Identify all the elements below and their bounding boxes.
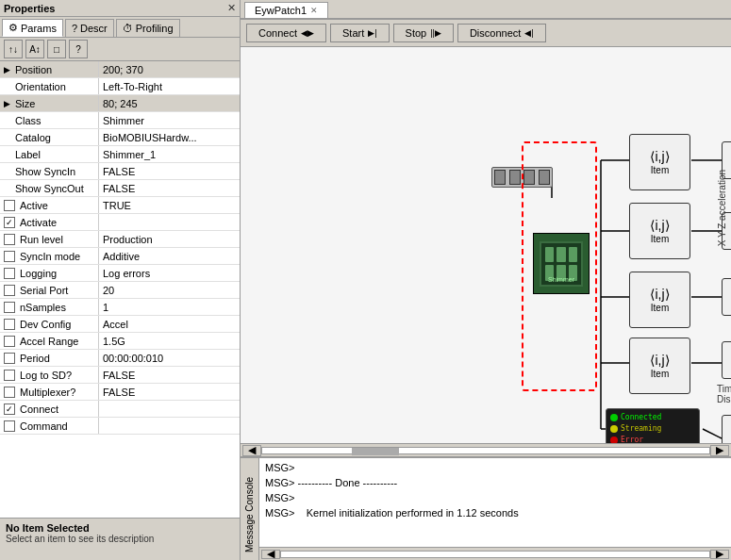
property-row-nsamples[interactable]: nSamples 1 [0, 299, 240, 316]
canvas-area[interactable]: Shimmer ⟨i,j⟩ Item ⟨i,j⟩ Item ⟨i,j⟩ [241, 47, 731, 443]
property-row-position[interactable]: ▶ Position 200; 370 [0, 61, 240, 78]
item-node-1[interactable]: ⟨i,j⟩ Item [629, 134, 690, 190]
dev-config-checkbox[interactable] [4, 319, 15, 330]
property-row-active[interactable]: Active TRUE [0, 197, 240, 214]
status-row-3: Error [610, 436, 695, 443]
start-label: Start [342, 27, 364, 39]
abc-node-4[interactable]: abc [722, 341, 731, 379]
tab-close-icon[interactable]: ✕ [310, 6, 318, 15]
patch-area: Connect ◀▶ Start ▶| Stop ||▶ Disconnect … [241, 20, 731, 456]
tab-profiling[interactable]: ⏱ Profiling [116, 19, 180, 37]
run-level-checkbox[interactable] [4, 234, 15, 245]
shimmer-status-node[interactable]: Connected Streaming Error [606, 408, 700, 443]
property-row-accel-range[interactable]: Accel Range 1.5G [0, 333, 240, 350]
serial-port-checkbox[interactable] [4, 285, 15, 296]
property-row-show-syncin[interactable]: Show SyncIn FALSE [0, 163, 240, 180]
period-checkbox[interactable] [4, 353, 15, 364]
item-bracket-2: ⟨i,j⟩ [650, 219, 669, 232]
start-button[interactable]: Start ▶| [330, 24, 390, 42]
property-row-multiplexer[interactable]: Multiplexer? FALSE [0, 384, 240, 401]
console-tab-side[interactable]: Message Console [241, 458, 259, 560]
abc-node-3[interactable]: abc [722, 278, 731, 316]
scroll-left-button[interactable]: ◀ [242, 445, 261, 456]
item-node-4[interactable]: ⟨i,j⟩ Item [629, 338, 690, 394]
stop-label: Stop [406, 27, 427, 39]
console-scroll-track[interactable] [280, 551, 710, 558]
connect-button[interactable]: Connect ◀▶ [246, 24, 326, 42]
prop-value-position: 200; 370 [99, 61, 240, 77]
expand-size-icon[interactable]: ▶ [4, 99, 13, 108]
property-row-dev-config[interactable]: Dev Config Accel [0, 316, 240, 333]
stop-button[interactable]: Stop ||▶ [393, 24, 454, 42]
h-scroll-track[interactable] [261, 447, 710, 454]
nsamples-checkbox[interactable] [4, 302, 15, 313]
active-checkbox[interactable] [4, 200, 15, 211]
stop-arrow-icon: ||▶ [430, 28, 441, 38]
property-row-activate[interactable]: Activate [0, 214, 240, 231]
prop-name-period: Period [20, 353, 50, 364]
property-row-class[interactable]: Class Shimmer [0, 112, 240, 129]
scroll-right-button[interactable]: ▶ [710, 445, 729, 456]
property-row-command[interactable]: Command [0, 418, 240, 435]
tab-eywpatch1-label: EywPatch1 [255, 5, 307, 16]
console-scroll-left[interactable]: ◀ [261, 550, 280, 559]
activate-checkbox[interactable] [4, 217, 15, 228]
property-row-label[interactable]: Label Shimmer_1 [0, 146, 240, 163]
property-row-logging[interactable]: Logging Log errors [0, 265, 240, 282]
alpha-sort-button[interactable]: A↕ [25, 40, 44, 58]
console-text-area: MSG> MSG> ---------- Done ---------- MSG… [259, 458, 731, 547]
bottom-info-title: No Item Selected [6, 522, 234, 534]
console-h-scrollbar[interactable]: ◀ ▶ [259, 547, 731, 560]
status-text-3: Error [621, 436, 643, 443]
prop-name-dev-config: Dev Config [20, 319, 71, 330]
disconnect-button[interactable]: Disconnect ◀| [457, 24, 546, 42]
log-to-sd-checkbox[interactable] [4, 370, 15, 381]
prop-name-show-syncin: Show SyncIn [15, 166, 75, 177]
tab-eywpatch1[interactable]: EywPatch1 ✕ [244, 2, 328, 18]
console-scroll-right[interactable]: ▶ [710, 550, 729, 559]
shimmer-chip[interactable]: Shimmer [533, 233, 590, 294]
prop-value-multiplexer: FALSE [99, 384, 240, 400]
property-row-period[interactable]: Period 00:00:00:010 [0, 350, 240, 367]
led-yellow [610, 425, 618, 433]
property-row-log-to-sd[interactable]: Log to SD? FALSE [0, 367, 240, 384]
view-button[interactable]: □ [47, 40, 66, 58]
panel-close-button[interactable]: ✕ [227, 2, 236, 14]
property-row-show-syncout[interactable]: Show SyncOut FALSE [0, 180, 240, 197]
panel-title: Properties [4, 3, 55, 14]
accel-range-checkbox[interactable] [4, 336, 15, 347]
tab-descr[interactable]: ? Descr [65, 19, 114, 37]
property-row-serial-port[interactable]: Serial Port 20 [0, 282, 240, 299]
connect-checkbox[interactable] [4, 404, 15, 415]
led-red [610, 436, 618, 444]
canvas-h-scrollbar[interactable]: ◀ ▶ [241, 443, 731, 456]
h-scroll-thumb[interactable] [352, 448, 399, 455]
abc-node-5[interactable]: abc [722, 415, 731, 443]
prop-name-activate: Activate [20, 217, 57, 228]
bottom-info: No Item Selected Select an item to see i… [0, 518, 240, 560]
multiplexer-checkbox[interactable] [4, 387, 15, 398]
logging-checkbox[interactable] [4, 268, 15, 279]
property-row-run-level[interactable]: Run level Production [0, 231, 240, 248]
expand-position-icon[interactable]: ▶ [4, 65, 13, 74]
property-row-connect[interactable]: Connect [0, 401, 240, 418]
console-line-2: MSG> ---------- Done ---------- [265, 475, 725, 490]
item-node-2[interactable]: ⟨i,j⟩ Item [629, 203, 690, 259]
prop-name-active: Active [20, 200, 48, 211]
prop-name-orientation: Orientation [15, 81, 66, 92]
prop-value-size: 80; 245 [99, 95, 240, 111]
shimmer-container[interactable]: Shimmer [522, 141, 597, 391]
sort-button[interactable]: ↑↓ [4, 40, 23, 58]
item-node-3[interactable]: ⟨i,j⟩ Item [629, 272, 690, 328]
help-button[interactable]: ? [69, 40, 88, 58]
command-checkbox[interactable] [4, 420, 15, 432]
syncin-mode-checkbox[interactable] [4, 251, 15, 262]
prop-name-show-syncout: Show SyncOut [15, 183, 84, 194]
property-row-size[interactable]: ▶ Size 80; 245 [0, 95, 240, 112]
property-row-orientation[interactable]: Orientation Left-To-Right [0, 78, 240, 95]
tab-params[interactable]: ⚙ Params [2, 19, 63, 37]
property-row-syncin-mode[interactable]: SyncIn mode Additive [0, 248, 240, 265]
shimmer-label: Shimmer [543, 276, 579, 283]
property-row-catalog[interactable]: Catalog BioMOBIUSHardw... [0, 129, 240, 146]
right-panel: EywPatch1 ✕ Connect ◀▶ Start ▶| Stop ||▶ [241, 0, 731, 560]
